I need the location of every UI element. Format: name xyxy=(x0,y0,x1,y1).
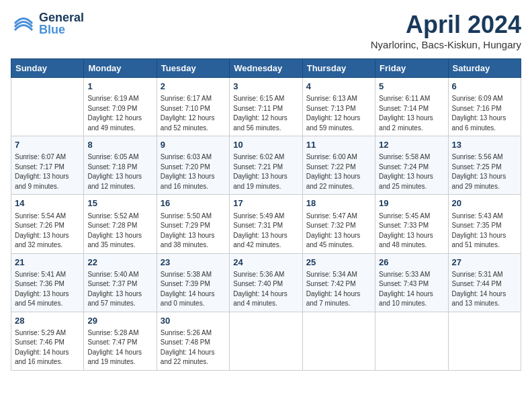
cell-content: Sunrise: 5:41 AMSunset: 7:36 PMDaylight:… xyxy=(15,270,80,309)
calendar-cell: 10Sunrise: 6:02 AMSunset: 7:21 PMDayligh… xyxy=(230,136,302,195)
calendar-cell: 22Sunrise: 5:40 AMSunset: 7:37 PMDayligh… xyxy=(84,253,157,312)
day-header-sunday: Sunday xyxy=(11,59,84,78)
logo-text: General Blue xyxy=(39,11,84,36)
calendar-cell: 16Sunrise: 5:50 AMSunset: 7:29 PMDayligh… xyxy=(157,195,229,253)
day-header-saturday: Saturday xyxy=(448,59,521,78)
day-number: 9 xyxy=(161,139,226,151)
calendar-week-row: 21Sunrise: 5:41 AMSunset: 7:36 PMDayligh… xyxy=(11,253,521,312)
calendar-cell: 18Sunrise: 5:47 AMSunset: 7:32 PMDayligh… xyxy=(302,195,375,253)
day-header-friday: Friday xyxy=(375,59,448,78)
cell-content: Sunrise: 5:54 AMSunset: 7:26 PMDaylight:… xyxy=(15,212,80,250)
day-number: 8 xyxy=(87,139,152,151)
month-title: April 2024 xyxy=(371,11,521,39)
cell-content: Sunrise: 6:19 AMSunset: 7:09 PMDaylight:… xyxy=(87,94,152,133)
day-number: 16 xyxy=(161,197,226,210)
day-number: 20 xyxy=(452,197,517,210)
cell-content: Sunrise: 5:36 AMSunset: 7:40 PMDaylight:… xyxy=(233,270,298,309)
day-number: 12 xyxy=(379,139,444,151)
title-block: April 2024 Nyarlorinc, Bacs-Kiskun, Hung… xyxy=(371,11,521,50)
calendar-cell xyxy=(375,312,448,370)
day-number: 14 xyxy=(15,197,80,210)
day-header-thursday: Thursday xyxy=(302,59,375,78)
cell-content: Sunrise: 5:28 AMSunset: 7:47 PMDaylight:… xyxy=(87,328,152,367)
day-number: 18 xyxy=(306,197,371,210)
calendar-cell: 4Sunrise: 6:13 AMSunset: 7:13 PMDaylight… xyxy=(302,78,375,136)
calendar-cell: 26Sunrise: 5:33 AMSunset: 7:43 PMDayligh… xyxy=(375,253,448,312)
cell-content: Sunrise: 6:05 AMSunset: 7:18 PMDaylight:… xyxy=(87,152,152,191)
cell-content: Sunrise: 6:07 AMSunset: 7:17 PMDaylight:… xyxy=(15,152,80,191)
calendar-cell: 23Sunrise: 5:38 AMSunset: 7:39 PMDayligh… xyxy=(157,253,229,312)
day-number: 11 xyxy=(306,139,371,151)
cell-content: Sunrise: 5:33 AMSunset: 7:43 PMDaylight:… xyxy=(379,270,444,309)
day-header-monday: Monday xyxy=(84,59,157,78)
calendar-cell: 1Sunrise: 6:19 AMSunset: 7:09 PMDaylight… xyxy=(84,78,157,136)
calendar-cell: 15Sunrise: 5:52 AMSunset: 7:28 PMDayligh… xyxy=(84,195,157,253)
cell-content: Sunrise: 6:03 AMSunset: 7:20 PMDaylight:… xyxy=(161,152,226,191)
calendar-week-row: 28Sunrise: 5:29 AMSunset: 7:46 PMDayligh… xyxy=(11,312,521,370)
day-header-tuesday: Tuesday xyxy=(157,59,229,78)
calendar-cell: 5Sunrise: 6:11 AMSunset: 7:14 PMDaylight… xyxy=(375,78,448,136)
calendar-week-row: 7Sunrise: 6:07 AMSunset: 7:17 PMDaylight… xyxy=(11,136,521,195)
cell-content: Sunrise: 6:09 AMSunset: 7:16 PMDaylight:… xyxy=(452,94,517,133)
location: Nyarlorinc, Bacs-Kiskun, Hungary xyxy=(371,39,521,50)
calendar-cell: 12Sunrise: 5:58 AMSunset: 7:24 PMDayligh… xyxy=(375,136,448,195)
calendar-cell xyxy=(448,312,521,370)
cell-content: Sunrise: 5:43 AMSunset: 7:35 PMDaylight:… xyxy=(452,212,517,250)
calendar-cell: 9Sunrise: 6:03 AMSunset: 7:20 PMDaylight… xyxy=(157,136,229,195)
calendar-cell: 27Sunrise: 5:31 AMSunset: 7:44 PMDayligh… xyxy=(448,253,521,312)
calendar-cell: 19Sunrise: 5:45 AMSunset: 7:33 PMDayligh… xyxy=(375,195,448,253)
calendar-cell: 29Sunrise: 5:28 AMSunset: 7:47 PMDayligh… xyxy=(84,312,157,370)
cell-content: Sunrise: 5:50 AMSunset: 7:29 PMDaylight:… xyxy=(161,212,226,250)
day-number: 15 xyxy=(87,197,152,210)
day-number: 27 xyxy=(452,257,517,269)
day-number: 17 xyxy=(233,197,298,210)
page-header: General Blue April 2024 Nyarlorinc, Bacs… xyxy=(11,11,521,50)
day-number: 3 xyxy=(233,81,298,93)
day-number: 22 xyxy=(87,257,152,269)
calendar-cell: 6Sunrise: 6:09 AMSunset: 7:16 PMDaylight… xyxy=(448,78,521,136)
day-number: 5 xyxy=(379,81,444,93)
cell-content: Sunrise: 6:17 AMSunset: 7:10 PMDaylight:… xyxy=(161,94,226,133)
day-number: 21 xyxy=(15,257,80,269)
day-number: 2 xyxy=(161,81,226,93)
cell-content: Sunrise: 6:11 AMSunset: 7:14 PMDaylight:… xyxy=(379,94,444,133)
day-number: 26 xyxy=(379,257,444,269)
day-number: 1 xyxy=(87,81,152,93)
calendar-cell xyxy=(230,312,302,370)
day-number: 28 xyxy=(15,315,80,327)
cell-content: Sunrise: 6:00 AMSunset: 7:22 PMDaylight:… xyxy=(306,152,371,191)
calendar-cell xyxy=(302,312,375,370)
logo-general-text: General xyxy=(39,11,84,24)
day-number: 13 xyxy=(452,139,517,151)
cell-content: Sunrise: 5:56 AMSunset: 7:25 PMDaylight:… xyxy=(452,152,517,191)
logo-icon xyxy=(11,11,36,36)
cell-content: Sunrise: 5:26 AMSunset: 7:48 PMDaylight:… xyxy=(161,328,226,367)
day-number: 30 xyxy=(161,315,226,327)
cell-content: Sunrise: 6:13 AMSunset: 7:13 PMDaylight:… xyxy=(306,94,371,133)
calendar-cell: 30Sunrise: 5:26 AMSunset: 7:48 PMDayligh… xyxy=(157,312,229,370)
calendar-cell: 25Sunrise: 5:34 AMSunset: 7:42 PMDayligh… xyxy=(302,253,375,312)
day-number: 10 xyxy=(233,139,298,151)
cell-content: Sunrise: 5:52 AMSunset: 7:28 PMDaylight:… xyxy=(87,212,152,250)
day-number: 24 xyxy=(233,257,298,269)
calendar-cell: 17Sunrise: 5:49 AMSunset: 7:31 PMDayligh… xyxy=(230,195,302,253)
calendar-table: SundayMondayTuesdayWednesdayThursdayFrid… xyxy=(11,58,521,371)
cell-content: Sunrise: 6:02 AMSunset: 7:21 PMDaylight:… xyxy=(233,152,298,191)
cell-content: Sunrise: 5:49 AMSunset: 7:31 PMDaylight:… xyxy=(233,212,298,250)
calendar-cell xyxy=(11,78,84,136)
cell-content: Sunrise: 5:31 AMSunset: 7:44 PMDaylight:… xyxy=(452,270,517,309)
day-number: 6 xyxy=(452,81,517,93)
calendar-cell: 11Sunrise: 6:00 AMSunset: 7:22 PMDayligh… xyxy=(302,136,375,195)
calendar-cell: 13Sunrise: 5:56 AMSunset: 7:25 PMDayligh… xyxy=(448,136,521,195)
day-number: 7 xyxy=(15,139,80,151)
day-number: 29 xyxy=(87,315,152,327)
calendar-cell: 21Sunrise: 5:41 AMSunset: 7:36 PMDayligh… xyxy=(11,253,84,312)
calendar-cell: 14Sunrise: 5:54 AMSunset: 7:26 PMDayligh… xyxy=(11,195,84,253)
calendar-cell: 24Sunrise: 5:36 AMSunset: 7:40 PMDayligh… xyxy=(230,253,302,312)
logo-blue-text: Blue xyxy=(39,24,84,36)
cell-content: Sunrise: 5:29 AMSunset: 7:46 PMDaylight:… xyxy=(15,328,80,367)
cell-content: Sunrise: 5:38 AMSunset: 7:39 PMDaylight:… xyxy=(161,270,226,309)
calendar-cell: 28Sunrise: 5:29 AMSunset: 7:46 PMDayligh… xyxy=(11,312,84,370)
cell-content: Sunrise: 5:47 AMSunset: 7:32 PMDaylight:… xyxy=(306,212,371,250)
day-number: 19 xyxy=(379,197,444,210)
